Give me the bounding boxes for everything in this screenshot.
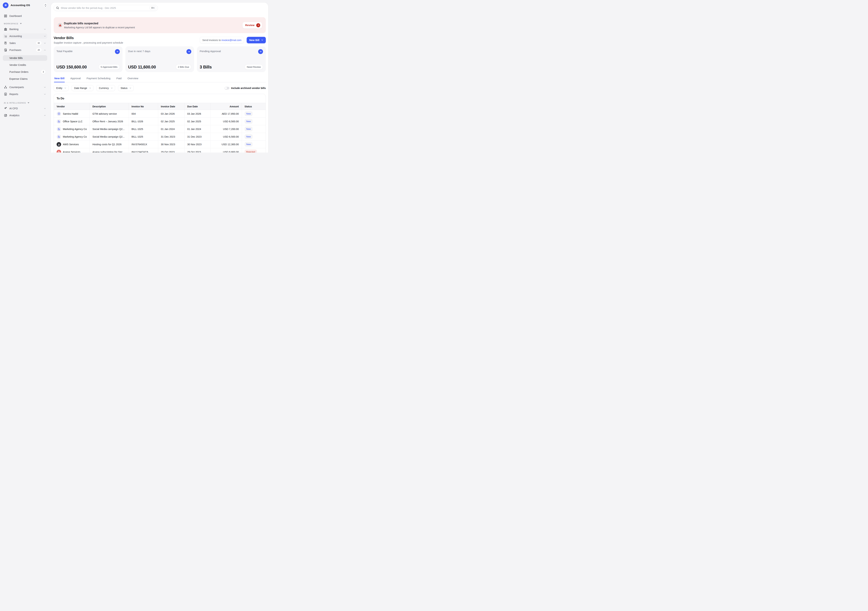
analytics-icon (4, 113, 7, 117)
sidebar-item-purchases[interactable]: Purchases 20 (3, 47, 47, 53)
amount: AED 17,850.00 (211, 110, 242, 118)
bill-description: Office Rent – January 2026 (90, 118, 129, 125)
chevron-down-icon (111, 87, 113, 89)
reports-icon (4, 92, 7, 96)
sidebar-item-label: Banking (9, 28, 19, 31)
date-range-filter-dropdown[interactable]: Date Range (71, 85, 93, 91)
app-name: Accounting OS (11, 4, 42, 7)
status-badge: New (245, 142, 253, 147)
table-row[interactable]: Office Space LLC Office Rent – January 2… (54, 118, 266, 125)
due-date: 30 Nov 2023 (184, 140, 211, 148)
workspace-switcher-button[interactable] (43, 3, 47, 7)
card-badge: 2 Bills Due (176, 64, 191, 70)
filters-row: Entity Date Range Currency Status Includ… (54, 85, 266, 91)
main-panel: ⌘K Duplicate bills suspected Marketing A… (51, 2, 268, 152)
column-header-status[interactable]: Status (242, 103, 266, 110)
chevron-up-icon (43, 49, 46, 51)
invoice-date: 03 Jan 2026 (158, 110, 184, 118)
table-row[interactable]: a AWS Services Hosting costs for Q1 2026… (54, 140, 266, 148)
dashboard-grid-icon (4, 14, 7, 18)
chevron-up-icon (45, 4, 46, 5)
currency-filter-dropdown[interactable]: Currency (96, 85, 115, 91)
sidebar-item-analytics[interactable]: Analytics (3, 113, 47, 118)
table-row[interactable]: Marketing Agency Co Social Media campaig… (54, 133, 266, 140)
include-archived-toggle[interactable] (225, 87, 229, 89)
page-title: Vendor Bills (54, 36, 123, 40)
chevron-down-icon (64, 87, 67, 89)
arrow-right-button[interactable] (115, 49, 120, 54)
invoice-date: 02 Jan 2025 (158, 118, 184, 125)
column-header-amount[interactable]: Amount (211, 103, 242, 110)
ai-intelligence-section-label[interactable]: AI & INTELLIGENCE (4, 102, 47, 104)
sidebar-item-purchase-orders[interactable]: Purchase Orders 3 (3, 69, 47, 75)
amount: USD 8,500.00 (211, 118, 242, 125)
sidebar-item-counterparts[interactable]: Counterparts (3, 84, 47, 90)
amount: USD 6,500.00 (211, 133, 242, 140)
purchases-icon (4, 48, 7, 52)
bill-description: Social Media campaign Q2... (90, 133, 129, 140)
warning-triangle-icon (59, 24, 62, 26)
column-header-invoice-no[interactable]: Invoice No (129, 103, 158, 110)
tab-new-bill[interactable]: New Bill (54, 76, 65, 82)
table-row[interactable]: Asana Services Asana subscription for De… (54, 148, 266, 153)
sidebar-item-label: Vendor Credits (9, 64, 26, 66)
sidebar-item-expense-claims[interactable]: Expense Claims (3, 76, 47, 82)
sidebar-item-label: Purchases (9, 49, 21, 51)
new-bill-button[interactable]: New Bill (247, 37, 266, 43)
vendor-name: Asana Services (63, 151, 81, 153)
entity-filter-dropdown[interactable]: Entity (54, 85, 68, 91)
sidebar-item-sales[interactable]: Sales 32 (3, 40, 47, 46)
search-bar[interactable]: ⌘K (54, 5, 158, 11)
sidebar-item-label: Vendor Bills (9, 57, 23, 59)
tab-overview[interactable]: Overview (127, 76, 139, 82)
chevron-down-icon (43, 93, 46, 96)
column-header-vendor[interactable]: Vendor (54, 103, 90, 110)
alert-text: Duplicate bills suspected Marketing Agen… (64, 22, 135, 29)
table-row[interactable]: Marketing Agency Co Social Media campaig… (54, 125, 266, 133)
status-filter-dropdown[interactable]: Status (118, 85, 134, 91)
table-row[interactable]: Samira Hadid GTM advisory service 004 03… (54, 110, 266, 118)
page-subtitle: Supplier invoice capture , processing an… (54, 41, 123, 44)
tab-approval[interactable]: Approval (70, 76, 81, 82)
duplicate-bills-alert: Duplicate bills suspected Marketing Agen… (54, 17, 266, 33)
sidebar-item-banking[interactable]: Banking (3, 26, 47, 32)
status-badge: New (245, 111, 253, 116)
sidebar-item-label: Expense Claims (9, 78, 28, 80)
sidebar: ✻ Accounting OS Dashboard WORKSPACE Bank… (0, 0, 50, 152)
review-button[interactable]: Review (243, 22, 262, 28)
new-bill-button-label: New Bill (249, 39, 259, 42)
tab-payment-scheduling[interactable]: Payment Scheduling (86, 76, 111, 82)
send-invoices-text: Send invoices to (202, 39, 221, 42)
chevron-down-icon (129, 87, 132, 89)
sidebar-item-ai-cfo[interactable]: AI CFO (3, 106, 47, 111)
pending-approval-card: Pending Approval 3 Bills Need Review (197, 47, 266, 72)
invoice-date: 01 Jan 2024 (158, 125, 184, 133)
archived-toggle-group: Include archived vendor bills (225, 87, 266, 89)
sidebar-item-vendor-bills[interactable]: Vendor Bills (3, 55, 47, 61)
tab-bar: New Bill Approval Payment Scheduling Pai… (54, 76, 266, 82)
vendor-name: AWS Services (63, 143, 79, 146)
purchases-count-badge: 20 (36, 48, 42, 52)
column-header-description[interactable]: Description (90, 103, 129, 110)
arrow-right-button[interactable] (258, 49, 263, 54)
summary-cards: Total Payable USD 150,600.00 5 Approved … (54, 47, 266, 72)
amount: USD 12,300.00 (211, 140, 242, 148)
app-brand: ✻ Accounting OS (3, 2, 47, 8)
arrow-right-button[interactable] (186, 49, 191, 54)
search-input[interactable] (61, 6, 148, 9)
sidebar-item-accounting[interactable]: Accounting (3, 33, 47, 39)
column-header-due-date[interactable]: Due Date (184, 103, 211, 110)
invoice-no: BILL-1025 (129, 125, 158, 133)
tab-paid[interactable]: Paid (116, 76, 122, 82)
chevron-down-icon (43, 28, 46, 31)
alert-icon-circle (58, 23, 62, 28)
workspace-section-label[interactable]: WORKSPACE (4, 23, 47, 25)
invoice-email-link[interactable]: invoice@mal.com (222, 39, 242, 42)
chevron-down-icon (45, 5, 46, 6)
chevron-down-icon (43, 114, 46, 117)
sidebar-item-reports[interactable]: Reports (3, 92, 47, 97)
sidebar-item-dashboard[interactable]: Dashboard (3, 13, 47, 19)
sidebar-item-vendor-credits[interactable]: Vendor Credits (3, 62, 47, 68)
status-badge: Rejected (245, 149, 257, 152)
column-header-invoice-date[interactable]: Invoice Date (158, 103, 184, 110)
